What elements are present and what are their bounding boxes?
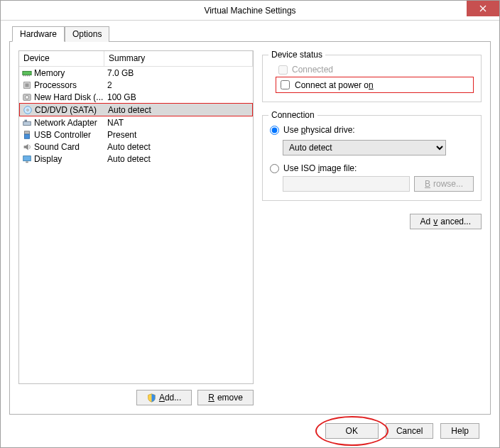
device-row[interactable]: USB ControllerPresent [19, 129, 253, 141]
hardware-panel: Device Summary Memory7.0 GBProcessors2Ne… [9, 41, 491, 415]
display-icon [22, 154, 32, 164]
use-physical-radio[interactable] [270, 126, 279, 135]
ok-button[interactable]: OK [325, 423, 379, 439]
close-button[interactable] [467, 1, 499, 16]
device-summary: Auto detect [104, 154, 253, 164]
sound-icon [22, 142, 32, 152]
connect-at-power-on-checkbox[interactable] [281, 80, 290, 89]
titlebar: Virtual Machine Settings [1, 1, 499, 21]
device-summary: Auto detect [104, 142, 253, 152]
help-button[interactable]: Help [440, 423, 479, 439]
device-row[interactable]: Network AdapterNAT [19, 116, 253, 129]
tab-hardware[interactable]: Hardware [12, 26, 65, 42]
connection-group: Connection Use physical drive: Auto dete… [262, 115, 482, 201]
connection-title: Connection [268, 110, 317, 120]
device-name: Display [34, 154, 62, 164]
device-row[interactable]: Memory7.0 GB [19, 67, 253, 79]
use-iso-label[interactable]: Use ISO image file: [283, 163, 357, 173]
tabs: Hardware Options [12, 26, 491, 42]
usb-icon [22, 130, 32, 140]
device-name: USB Controller [34, 130, 91, 140]
svg-rect-2 [23, 71, 31, 75]
svg-rect-8 [25, 83, 28, 87]
svg-rect-17 [23, 155, 31, 160]
advanced-button[interactable]: Advanced... [410, 214, 482, 229]
device-name: New Hard Disk (... [34, 92, 103, 102]
physical-drive-select[interactable]: Auto detect [283, 140, 446, 155]
cd-icon [23, 105, 33, 115]
device-name: Sound Card [34, 142, 80, 152]
device-row[interactable]: DisplayAuto detect [19, 153, 253, 165]
device-name: Memory [34, 68, 65, 78]
svg-rect-18 [26, 161, 28, 163]
net-icon [22, 118, 32, 128]
svg-rect-13 [23, 121, 31, 125]
svg-rect-14 [25, 119, 28, 121]
connected-checkbox [278, 65, 288, 75]
window-title: Virtual Machine Settings [1, 6, 499, 16]
device-row[interactable]: CD/DVD (SATA)Auto detect [20, 104, 252, 116]
col-header-summary[interactable]: Summary [104, 51, 253, 66]
device-row[interactable]: Sound CardAuto detect [19, 141, 253, 153]
device-summary: NAT [104, 118, 253, 128]
connect-at-power-on-label[interactable]: Connect at power on [295, 80, 374, 90]
svg-rect-16 [25, 134, 30, 138]
memory-icon [22, 68, 32, 78]
device-name: Network Adapter [34, 118, 97, 128]
connected-label: Connected [292, 65, 333, 75]
device-row[interactable]: Processors2 [19, 79, 253, 91]
remove-button[interactable]: Remove [197, 390, 254, 405]
tab-options[interactable]: Options [65, 26, 109, 42]
use-physical-label[interactable]: Use physical drive: [283, 125, 355, 135]
list-header: Device Summary [19, 51, 253, 67]
device-summary: Present [104, 130, 253, 140]
svg-point-10 [25, 95, 28, 99]
device-name: Processors [34, 80, 77, 90]
device-row[interactable]: New Hard Disk (...100 GB [19, 91, 253, 103]
device-summary: 2 [104, 80, 253, 90]
svg-point-12 [27, 109, 29, 111]
close-icon [479, 5, 487, 12]
shield-icon [147, 393, 156, 403]
device-summary: 100 GB [104, 92, 253, 102]
device-status-group: Device status Connected Connect at power… [262, 55, 482, 102]
device-summary: 7.0 GB [104, 68, 253, 78]
svg-rect-4 [25, 75, 26, 76]
device-status-title: Device status [268, 50, 325, 60]
add-button[interactable]: Add... [136, 390, 192, 405]
svg-rect-5 [27, 75, 28, 76]
cpu-icon [22, 80, 32, 90]
svg-rect-15 [25, 131, 30, 133]
disk-icon [22, 92, 32, 102]
cancel-button[interactable]: Cancel [386, 423, 433, 439]
svg-rect-6 [29, 75, 30, 76]
device-summary: Auto detect [105, 105, 252, 115]
col-header-device[interactable]: Device [19, 51, 104, 66]
iso-path-input [283, 176, 410, 192]
device-list[interactable]: Device Summary Memory7.0 GBProcessors2Ne… [18, 50, 254, 384]
device-name: CD/DVD (SATA) [35, 105, 97, 115]
settings-window: Virtual Machine Settings Hardware Option… [0, 0, 500, 448]
svg-rect-3 [23, 75, 24, 76]
use-iso-radio[interactable] [270, 164, 279, 173]
footer: OK Cancel Help [9, 415, 491, 447]
browse-button: Browse... [414, 176, 474, 192]
